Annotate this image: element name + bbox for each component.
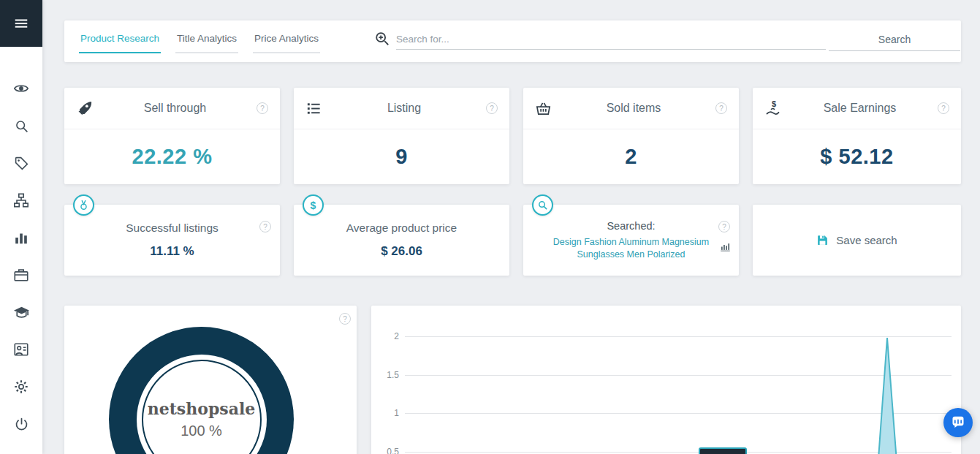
analytics-icon[interactable]	[720, 241, 731, 252]
chat-bubble-icon	[951, 415, 965, 430]
sidebar	[0, 0, 42, 454]
tag-icon	[14, 156, 29, 171]
stat-label: Average product price	[346, 222, 457, 235]
hamburger-menu-icon	[13, 15, 29, 31]
dashboard-page: Product Research Title Analytics Price A…	[0, 0, 980, 454]
help-icon[interactable]: ?	[715, 102, 727, 114]
store-share-donut-chart: netshopsale 100 %	[109, 327, 294, 454]
tab-price-analytics[interactable]: Price Analytics	[253, 31, 320, 53]
zoom-search-icon	[374, 31, 390, 47]
sidebar-item-settings[interactable]	[12, 378, 30, 396]
y-axis-tick: 1	[371, 408, 399, 418]
stat-label: Sold items	[552, 102, 715, 115]
stat-card-successful-listings: ? Successful listings 11.11 %	[64, 205, 280, 276]
sidebar-item-analytics[interactable]	[12, 229, 30, 246]
search-input[interactable]	[396, 29, 826, 50]
account-icon	[13, 341, 29, 357]
stat-card-searched: ? Searched: Design Fashion Aluminum Magn…	[523, 205, 739, 276]
chart-tooltip	[699, 447, 747, 454]
help-icon[interactable]: ?	[259, 221, 271, 232]
searched-label: Searched:	[607, 220, 655, 232]
sidebar-item-account[interactable]	[12, 341, 30, 358]
tab-title-analytics[interactable]: Title Analytics	[175, 31, 238, 53]
y-axis-tick: 2	[371, 331, 399, 341]
sidebar-item-categories[interactable]	[12, 192, 30, 209]
y-axis-tick: 0.5	[371, 447, 399, 454]
stat-value: 11.11 %	[150, 244, 194, 259]
basket-icon	[535, 100, 552, 117]
help-icon[interactable]: ?	[938, 102, 949, 114]
analytics-tabs: Product Research Title Analytics Price A…	[79, 31, 320, 53]
area-chart-series	[405, 306, 951, 454]
store-share-card: ? netshopsale 100 %	[64, 306, 357, 454]
tab-product-research[interactable]: Product Research	[79, 31, 161, 53]
list-icon	[305, 100, 322, 117]
sidebar-item-logout[interactable]	[12, 415, 30, 433]
medal-icon	[73, 194, 94, 216]
save-icon	[816, 234, 829, 246]
stat-label: Sale Earnings	[782, 102, 938, 115]
stat-card-sold-items: Sold items ? 2	[523, 88, 739, 184]
save-search-label: Save search	[836, 234, 897, 246]
bar-chart-icon	[13, 230, 29, 246]
sidebar-toggle-button[interactable]	[0, 0, 42, 47]
stat-value: $ 52.12	[753, 129, 961, 184]
stat-card-listing: Listing ? 9	[294, 88, 509, 184]
stat-value: 2	[523, 129, 739, 184]
stat-label: Listing	[322, 102, 486, 115]
help-icon[interactable]: ?	[718, 221, 730, 232]
top-search-bar: Product Research Title Analytics Price A…	[64, 20, 961, 62]
save-search-button[interactable]: Save search	[753, 205, 961, 276]
dollar-icon: $	[303, 194, 324, 216]
search-icon	[14, 118, 29, 134]
stat-label: Successful listings	[126, 222, 219, 235]
store-percent: 100 %	[181, 423, 222, 439]
stat-value: 9	[294, 129, 509, 184]
stat-card-sale-earnings: $ Sale Earnings ? $ 52.12	[753, 88, 961, 184]
power-icon	[14, 417, 29, 432]
eye-icon	[13, 80, 29, 97]
sidebar-item-overview[interactable]	[12, 80, 30, 97]
help-icon[interactable]: ?	[257, 102, 268, 114]
stat-value: 22.22 %	[64, 129, 280, 184]
svg-text:$: $	[772, 99, 776, 108]
stat-card-sell-through: Sell through ? 22.22 %	[64, 88, 280, 184]
search-badge-icon	[532, 194, 553, 216]
briefcase-icon	[13, 267, 29, 283]
stat-value: $ 26.06	[381, 244, 422, 259]
gear-icon	[13, 379, 29, 395]
y-axis-tick: 1.5	[371, 370, 399, 380]
graduation-cap-icon	[13, 304, 30, 321]
rocket-icon	[76, 99, 94, 117]
sidebar-item-store[interactable]	[12, 266, 30, 284]
sidebar-item-research[interactable]	[12, 117, 30, 135]
search-button[interactable]: Search	[829, 28, 960, 51]
help-icon[interactable]: ?	[486, 102, 498, 114]
stat-label: Sell through	[94, 102, 257, 115]
searched-query-link[interactable]: Design Fashion Aluminum Magnesium Sungla…	[544, 236, 719, 261]
sitemap-icon	[13, 192, 29, 208]
store-name: netshopsale	[148, 399, 256, 418]
stat-card-average-price: $ Average product price $ 26.06	[294, 205, 509, 276]
sidebar-item-products[interactable]	[12, 154, 30, 172]
sold-items-chart-card: 2 1.5 1 0.5	[371, 306, 961, 454]
chat-button[interactable]	[943, 408, 973, 437]
sidebar-item-academy[interactable]	[12, 303, 30, 321]
hand-dollar-icon: $	[764, 99, 782, 117]
save-search-card[interactable]: Save search	[753, 205, 961, 276]
help-icon[interactable]: ?	[339, 313, 351, 325]
